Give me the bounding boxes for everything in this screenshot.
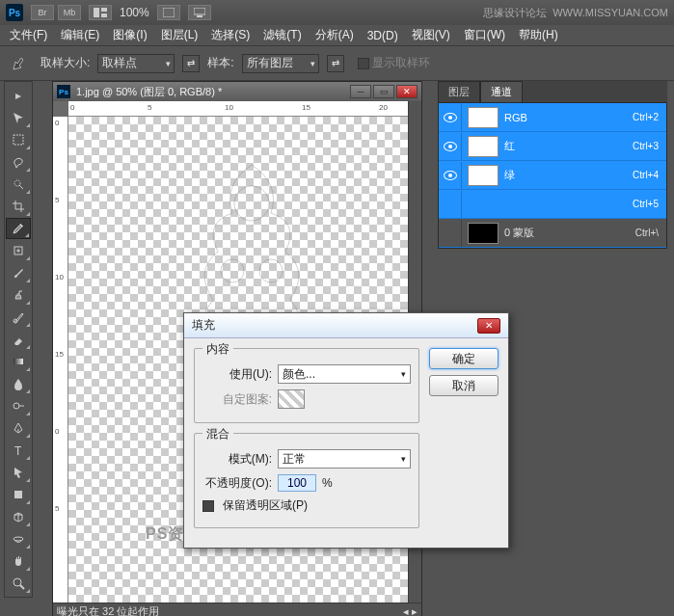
channel-visibility-toggle[interactable] [439,191,462,218]
zoom-tool[interactable] [6,573,31,594]
quick-select-tool[interactable] [6,174,31,195]
eye-icon [444,171,457,180]
channel-visibility-toggle[interactable] [439,133,462,160]
collapse-toolbox-button[interactable]: ▸ [6,85,31,106]
show-ring-checkbox[interactable] [358,58,369,69]
path-select-tool[interactable] [6,462,31,483]
channel-visibility-toggle[interactable] [439,162,462,189]
content-legend: 内容 [202,341,233,358]
channel-row-rgb[interactable]: RGB Ctrl+2 [439,103,666,132]
blur-tool[interactable] [6,373,31,394]
pattern-swatch[interactable] [278,389,305,409]
doc-close-button[interactable]: ✕ [396,85,418,98]
ruler-vertical[interactable]: 0 5 10 15 0 5 [53,117,68,603]
3d-camera-tool[interactable] [6,528,31,549]
arrange-docs-button[interactable] [89,5,112,20]
healing-brush-tool[interactable] [6,240,31,261]
ps-doc-icon: Ps [57,85,70,98]
sample-size-select[interactable]: 取样点 [97,54,175,73]
channel-row-green[interactable]: 绿 Ctrl+4 [439,161,666,190]
ruler-horizontal[interactable]: 0 5 10 15 20 [68,101,421,117]
blend-legend: 混合 [202,426,233,442]
svg-point-11 [13,403,19,409]
sample-size-swap-button[interactable]: ⇄ [182,55,200,72]
ok-button[interactable]: 确定 [429,348,499,369]
shape-tool[interactable] [6,484,31,505]
type-tool[interactable]: T [6,440,31,461]
pen-tool[interactable] [6,417,31,439]
dialog-titlebar[interactable]: 填充 ✕ [184,313,508,338]
preserve-trans-checkbox[interactable] [202,500,214,512]
svg-rect-10 [13,359,23,364]
menu-view[interactable]: 视图(V) [406,25,456,45]
extras-button[interactable] [188,5,211,20]
tab-channels[interactable]: 通道 [480,81,523,102]
marquee-tool[interactable] [6,129,31,150]
zoom-value[interactable]: 100% [120,6,149,19]
doc-minimize-button[interactable]: ─ [350,85,371,98]
menu-3d[interactable]: 3D(D) [362,27,404,44]
mode-select[interactable]: 正常 [278,449,411,469]
sample-layers-swap-button[interactable]: ⇄ [327,55,344,72]
minibridge-button[interactable]: Mb [58,5,81,20]
use-select[interactable]: 颜色... [278,364,411,384]
svg-rect-0 [94,8,99,17]
channel-visibility-toggle[interactable] [439,220,462,247]
current-tool-icon[interactable] [6,53,33,74]
app-titlebar: Ps Br Mb 100% 思缘设计论坛 WWW.MISSYUAN.COM [0,0,674,25]
document-titlebar[interactable]: Ps 1.jpg @ 50% (图层 0, RGB/8) * ─ ▭ ✕ [53,82,421,101]
document-title: 1.jpg @ 50% (图层 0, RGB/8) * [76,85,344,99]
eye-icon [444,113,457,122]
menu-layer[interactable]: 图层(L) [155,25,204,45]
menu-edit[interactable]: 编辑(E) [55,25,105,45]
menu-select[interactable]: 选择(S) [205,25,256,45]
preserve-trans-label: 保留透明区域(P) [223,497,308,514]
menu-file[interactable]: 文件(F) [4,25,53,45]
menu-window[interactable]: 窗口(W) [458,25,511,45]
eraser-tool[interactable] [6,329,31,350]
channel-row-blue[interactable]: Ctrl+5 [439,190,666,219]
ruler-tick: 20 [379,103,388,112]
gradient-tool[interactable] [6,351,31,372]
hand-tool[interactable] [6,550,31,572]
svg-point-7 [14,180,20,186]
screen-mode-button[interactable] [157,5,180,20]
eyedropper-tool[interactable] [6,218,31,239]
ruler-tick: 5 [148,103,151,112]
channel-shortcut: Ctrl+5 [633,199,666,209]
doc-maximize-button[interactable]: ▭ [373,85,394,98]
channel-shortcut: Ctrl+2 [633,112,666,122]
brush-tool[interactable] [6,262,31,283]
menu-help[interactable]: 帮助(H) [513,25,564,45]
channel-name: RGB [504,112,633,123]
svg-rect-4 [194,8,205,14]
channel-row-mask[interactable]: 0 蒙版 Ctrl+\ [439,219,666,248]
channel-visibility-toggle[interactable] [439,104,462,131]
clone-stamp-tool[interactable] [6,284,31,306]
crop-tool[interactable] [6,196,31,217]
ruler-tick: 15 [55,350,64,359]
channel-shortcut: Ctrl+\ [635,228,666,238]
dodge-tool[interactable] [6,395,31,416]
tab-layers[interactable]: 图层 [438,81,480,102]
toolbox: ▸ T [4,81,33,598]
3d-tool[interactable] [6,506,31,527]
svg-rect-5 [197,15,202,17]
channel-shortcut: Ctrl+3 [633,141,666,151]
svg-point-16 [234,186,269,221]
opacity-input[interactable] [278,474,316,492]
cancel-button[interactable]: 取消 [429,375,499,396]
dialog-close-button[interactable]: ✕ [477,318,500,334]
opacity-unit: % [322,476,333,490]
bridge-button[interactable]: Br [31,5,54,20]
lasso-tool[interactable] [6,151,31,173]
ruler-tick: 5 [55,504,59,513]
menu-analysis[interactable]: 分析(A) [310,25,360,45]
menu-image[interactable]: 图像(I) [107,25,152,45]
sample-layers-select[interactable]: 所有图层 [242,54,319,73]
move-tool[interactable] [6,107,31,128]
channel-row-red[interactable]: 红 Ctrl+3 [439,132,666,161]
menu-filter[interactable]: 滤镜(T) [257,25,307,45]
site-name: 思缘设计论坛 [483,7,547,18]
history-brush-tool[interactable] [6,307,31,328]
